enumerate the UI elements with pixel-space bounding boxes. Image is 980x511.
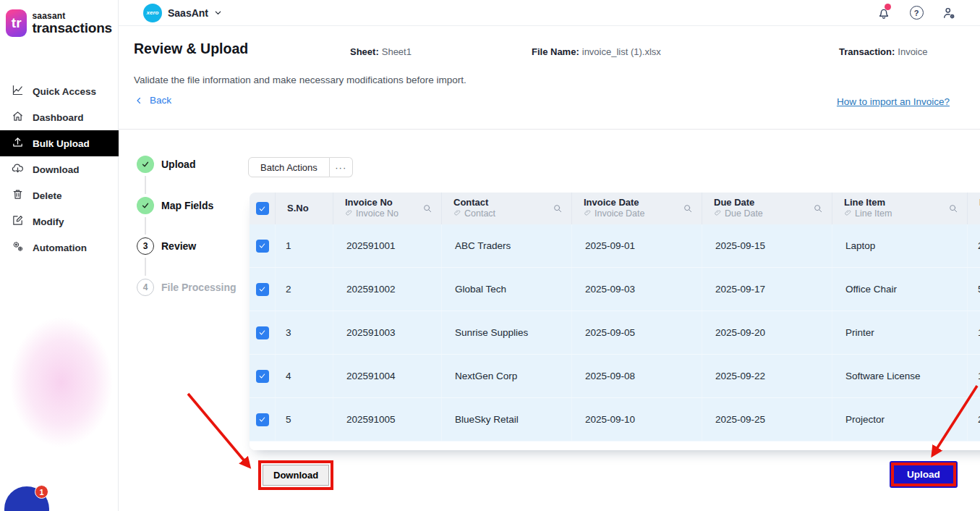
step-connector — [145, 176, 146, 194]
brand-name-top: saasant — [32, 12, 112, 20]
cell-li: 2 — [968, 224, 980, 267]
sidebar-glow-decoration — [0, 265, 118, 460]
back-link[interactable]: Back — [135, 95, 171, 106]
cell-contact: NextGen Corp — [442, 355, 572, 397]
cell-li: 1 — [968, 355, 980, 397]
table-header-row: S.NoInvoice NoInvoice NoContactContactIn… — [250, 193, 980, 224]
sidebar-item-label: Download — [33, 164, 80, 175]
column-header-line-item: Line ItemLine Item — [832, 193, 968, 224]
help-button[interactable]: ? — [908, 5, 924, 21]
page-subtitle: Validate the file information and make n… — [134, 75, 466, 85]
transaction-info: Transaction:Invoice — [839, 46, 928, 57]
cell-line-item: Office Chair — [832, 268, 968, 311]
org-name: SaasAnt — [168, 7, 208, 19]
edit-icon — [12, 214, 24, 229]
cell-invoice-no: 202591003 — [333, 311, 442, 354]
download-button[interactable]: Download — [263, 465, 329, 486]
row-checkbox[interactable] — [256, 240, 269, 253]
row-select-cell — [250, 268, 276, 311]
cell-line-item: Printer — [832, 311, 968, 354]
step-connector — [145, 217, 146, 235]
table-footer — [250, 442, 980, 450]
sheet-info: Sheet:Sheet1 — [350, 46, 412, 57]
cell-due-date: 2025-09-15 — [702, 224, 832, 267]
sidebar-item-download[interactable]: Download — [0, 156, 119, 182]
row-select-cell — [250, 311, 276, 354]
more-actions-button[interactable]: ··· — [330, 157, 353, 177]
step-review[interactable]: 3Review — [137, 237, 196, 255]
header-divider — [119, 129, 980, 130]
sidebar-item-label: Delete — [33, 190, 62, 201]
table-body: 1202591001ABC Traders2025-09-012025-09-1… — [250, 224, 980, 442]
column-search-icon[interactable] — [813, 203, 823, 214]
file-label: File Name: — [532, 46, 579, 57]
cell-invoice-date: 2025-09-08 — [572, 355, 702, 397]
cell-s-no: 3 — [276, 311, 333, 354]
sidebar-item-dashboard[interactable]: Dashboard — [0, 104, 119, 130]
help-icon: ? — [910, 6, 924, 20]
brand-name-bottom: transactions — [32, 21, 112, 35]
sidebar-item-delete[interactable]: Delete — [0, 182, 119, 208]
mapped-field-label: Contact — [464, 208, 495, 220]
batch-actions-button[interactable]: Batch Actions — [248, 157, 330, 177]
row-checkbox[interactable] — [256, 370, 269, 383]
table-row: 1202591001ABC Traders2025-09-012025-09-1… — [250, 224, 980, 268]
sidebar: tr saasant transactions Quick AccessDash… — [0, 0, 119, 511]
row-select-cell — [250, 398, 276, 441]
table-row: 5202591005BlueSky Retail2025-09-102025-0… — [250, 398, 980, 442]
select-all-checkbox[interactable] — [256, 202, 269, 215]
org-selector[interactable]: xero SaasAnt — [143, 4, 222, 22]
step-label: Review — [161, 240, 196, 252]
step-label: Map Fields — [161, 200, 213, 211]
cell-s-no: 5 — [276, 398, 333, 441]
paperclip-icon — [714, 208, 722, 220]
upload-annotation-frame: Upload — [890, 461, 958, 488]
step-number: 4 — [137, 279, 154, 296]
select-all-cell — [250, 193, 276, 224]
sidebar-item-automation[interactable]: Automation — [0, 235, 119, 261]
batch-actions-group: Batch Actions ··· — [248, 157, 353, 177]
chevron-left-icon — [135, 96, 143, 105]
column-header-invoice-no: Invoice NoInvoice No — [333, 193, 442, 224]
column-header-due-date: Due DateDue Date — [702, 193, 832, 224]
paperclip-icon — [345, 208, 353, 220]
download-annotation-frame: Download — [258, 460, 333, 490]
upload-button[interactable]: Upload — [894, 465, 953, 483]
mapped-field-label: Invoice No — [356, 208, 399, 220]
table-row: 3202591003Sunrise Supplies2025-09-052025… — [250, 311, 980, 355]
mapped-field-label: Line Item — [855, 208, 892, 220]
paperclip-icon — [844, 208, 852, 220]
cell-due-date: 2025-09-20 — [702, 311, 832, 354]
step-connector — [145, 258, 146, 276]
sidebar-item-modify[interactable]: Modify — [0, 208, 119, 235]
sidebar-item-bulk-upload[interactable]: Bulk Upload — [0, 130, 119, 156]
sidebar-item-label: Modify — [33, 216, 64, 227]
file-info: File Name:invoice_list (1).xlsx — [532, 46, 661, 57]
row-checkbox[interactable] — [256, 283, 269, 296]
step-map-fields[interactable]: Map Fields — [137, 197, 213, 214]
account-settings-button[interactable] — [941, 5, 957, 21]
cell-invoice-no: 202591002 — [333, 268, 442, 311]
column-search-icon[interactable] — [553, 203, 563, 214]
page-title: Review & Upload — [134, 41, 248, 57]
chart-icon — [12, 84, 24, 98]
row-checkbox[interactable] — [256, 326, 269, 339]
sidebar-item-quick-access[interactable]: Quick Access — [0, 78, 119, 104]
chat-widget-badge: 1 — [35, 485, 48, 499]
step-check-icon — [137, 156, 154, 173]
table-row: 4202591004NextGen Corp2025-09-082025-09-… — [250, 355, 980, 398]
home-icon — [12, 110, 24, 124]
notification-dot — [885, 4, 891, 10]
step-upload[interactable]: Upload — [137, 156, 195, 173]
cell-li: 2 — [968, 398, 980, 441]
notifications-button[interactable] — [876, 5, 892, 21]
column-search-icon[interactable] — [948, 203, 958, 214]
cell-invoice-no: 202591005 — [333, 398, 442, 441]
column-search-icon[interactable] — [683, 203, 693, 214]
column-header-invoice-date: Invoice DateInvoice Date — [572, 193, 702, 224]
row-checkbox[interactable] — [256, 413, 269, 426]
column-search-icon[interactable] — [422, 203, 433, 214]
how-to-import-link[interactable]: How to import an Invoice? — [837, 96, 950, 107]
cloud-download-icon — [12, 162, 24, 177]
cell-contact: Sunrise Supplies — [442, 311, 572, 354]
